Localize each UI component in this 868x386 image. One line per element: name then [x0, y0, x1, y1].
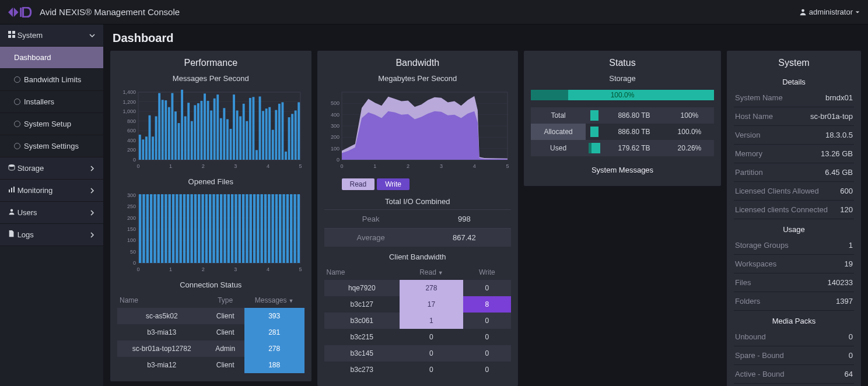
kv-key: Memory: [735, 149, 762, 158]
nav-group-monitoring[interactable]: Monitoring: [0, 180, 103, 202]
svg-text:3: 3: [235, 266, 237, 272]
kv-row: Version18.3.0.5: [734, 126, 854, 145]
storage-label: Storage: [531, 74, 714, 83]
svg-text:1,000: 1,000: [123, 108, 136, 114]
th-messages[interactable]: Messages▼: [244, 293, 304, 308]
nav-item-system-settings[interactable]: System Settings: [0, 135, 103, 157]
svg-rect-135: [250, 194, 252, 263]
table-row[interactable]: b3-mia12Client188: [117, 357, 304, 373]
svg-rect-76: [275, 110, 278, 160]
kv-key: Licensed clients Connected: [735, 205, 828, 214]
svg-rect-67: [246, 121, 249, 160]
kv-key: Partition: [735, 168, 763, 177]
svg-text:100: 100: [331, 146, 340, 152]
th-read[interactable]: Read▼: [400, 265, 463, 280]
nav-group-system[interactable]: System: [0, 24, 103, 47]
io-combined-title: Total I/O Combined: [324, 197, 512, 206]
table-row[interactable]: b3c14500: [324, 345, 512, 362]
nav-group-logs[interactable]: Logs: [0, 224, 103, 246]
svg-text:0: 0: [337, 157, 340, 163]
svg-rect-77: [278, 104, 281, 160]
table-row[interactable]: b3c21500: [324, 329, 512, 345]
svg-rect-134: [246, 194, 248, 263]
nav-group-storage[interactable]: Storage: [0, 157, 103, 180]
chart-opened-files: 050100150200250300012345: [117, 192, 304, 273]
table-row: Used179.62 TB20.26%: [531, 140, 714, 156]
svg-rect-38: [152, 136, 154, 160]
storage-bar-percent: 100.0%: [531, 90, 714, 100]
th-write[interactable]: Write: [463, 265, 511, 280]
table-row[interactable]: b3c127178: [324, 296, 512, 313]
table-row[interactable]: b3c27300: [324, 362, 512, 378]
svg-text:2: 2: [202, 266, 205, 272]
svg-rect-105: [139, 194, 141, 263]
table-row[interactable]: hqe79202780: [324, 280, 512, 296]
kv-key: Licensed Clients Allowed: [735, 187, 819, 195]
kv-value: 140233: [828, 278, 853, 287]
cell-name: b3c145: [324, 345, 400, 362]
svg-text:500: 500: [331, 100, 340, 106]
svg-rect-122: [202, 194, 204, 263]
th-name[interactable]: Name: [117, 293, 206, 308]
chevron-down-icon: [89, 33, 95, 38]
cell-read: 0: [400, 362, 463, 378]
cell-label: Allocated: [531, 124, 586, 140]
svg-rect-41: [162, 100, 164, 160]
cell-read: 1: [400, 313, 463, 329]
average-label: Average: [324, 233, 418, 242]
svg-rect-50: [191, 121, 193, 160]
nav-item-bandwidth-limits[interactable]: Bandwidth Limits: [0, 69, 103, 91]
kv-key: Version: [735, 131, 760, 139]
sort-desc-icon: ▼: [438, 270, 443, 276]
th-name[interactable]: Name: [324, 265, 400, 280]
cell-write: 0: [463, 329, 511, 345]
tab-write[interactable]: Write: [377, 178, 410, 190]
cell-write: 8: [463, 296, 511, 313]
table-row[interactable]: b3c06110: [324, 313, 512, 329]
cell-name: b3c215: [324, 329, 400, 345]
nav-group-users[interactable]: Users: [0, 202, 103, 224]
cell-messages: 188: [244, 357, 304, 373]
kv-key: Unbound: [735, 332, 766, 341]
svg-rect-131: [235, 194, 237, 263]
storage-status-table: Total886.80 TB100%Allocated886.80 TB100.…: [531, 107, 714, 156]
svg-text:1,200: 1,200: [123, 99, 136, 105]
grid-icon: [8, 31, 15, 38]
user-menu[interactable]: administrator: [799, 8, 860, 16]
svg-rect-62: [230, 129, 232, 160]
kv-row: Storage Groups1: [734, 236, 854, 255]
th-type[interactable]: Type: [206, 293, 244, 308]
nav-item-dashboard[interactable]: Dashboard: [0, 47, 103, 69]
kv-row: Licensed clients Connected120: [734, 201, 854, 219]
svg-rect-8: [11, 188, 12, 192]
status-title: Status: [531, 58, 714, 68]
svg-rect-59: [220, 118, 222, 160]
svg-rect-39: [155, 116, 158, 160]
kv-value: 64: [845, 370, 853, 378]
cell-type: Client: [206, 357, 244, 373]
svg-rect-142: [275, 194, 278, 263]
chevron-right-icon: [89, 210, 95, 216]
nav-group-label: Users: [18, 208, 37, 217]
mini-bar: [586, 107, 603, 124]
table-row[interactable]: b3-mia13Client281: [117, 324, 304, 341]
svg-rect-147: [294, 194, 296, 263]
cell-name: b3c061: [324, 313, 400, 329]
nav-item-system-setup[interactable]: System Setup: [0, 113, 103, 135]
svg-text:3: 3: [440, 163, 443, 169]
kv-value: 19: [845, 259, 853, 268]
table-row[interactable]: sc-br01a-top12782Admin278: [117, 341, 304, 357]
svg-text:5: 5: [299, 266, 302, 272]
nav-item-installers[interactable]: Installers: [0, 91, 103, 113]
svg-rect-138: [261, 194, 263, 263]
svg-rect-116: [180, 194, 182, 263]
svg-rect-49: [187, 103, 190, 160]
svg-rect-115: [176, 194, 178, 263]
sort-desc-icon: ▼: [289, 298, 294, 304]
cell-name: sc-br01a-top12782: [117, 341, 206, 357]
svg-text:200: 200: [127, 215, 136, 221]
svg-rect-106: [143, 194, 145, 263]
table-row[interactable]: sc-as5k02Client393: [117, 308, 304, 324]
nav-item-label: System Settings: [24, 142, 79, 150]
tab-read[interactable]: Read: [342, 178, 375, 190]
